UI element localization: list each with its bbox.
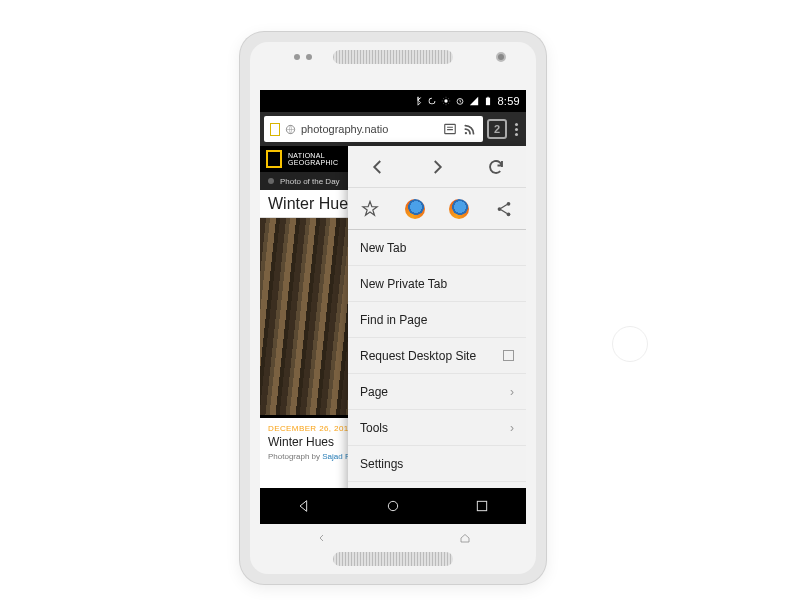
section-label: Photo of the Day	[280, 177, 340, 186]
url-text: photography.natio	[301, 123, 438, 135]
back-nav-icon[interactable]	[296, 498, 312, 514]
reader-mode-icon[interactable]	[443, 122, 457, 136]
bluetooth-icon	[413, 96, 423, 106]
menu-find-in-page[interactable]: Find in Page	[348, 302, 526, 338]
overflow-menu: New Tab New Private Tab Find in Page Req…	[348, 146, 526, 524]
share-button[interactable]	[482, 188, 527, 229]
site-favicon	[270, 123, 280, 136]
hw-back-icon[interactable]	[316, 532, 328, 544]
menu-nav-row	[348, 146, 526, 188]
reload-button[interactable]	[467, 146, 526, 187]
browser-toolbar: photography.natio 2	[260, 112, 526, 146]
android-nav-bar	[260, 488, 526, 524]
back-button[interactable]	[348, 146, 407, 187]
status-time: 8:59	[497, 95, 520, 107]
svg-point-0	[445, 99, 448, 102]
earpiece-speaker	[333, 50, 453, 64]
screen: 8:59 photography.natio 2	[260, 90, 526, 524]
natgeo-logo-icon	[266, 150, 282, 168]
section-dot-icon	[268, 178, 274, 184]
recents-nav-icon[interactable]	[474, 498, 490, 514]
desktop-site-checkbox[interactable]	[503, 350, 514, 361]
menu-button[interactable]	[511, 123, 522, 136]
hw-home-icon[interactable]	[459, 532, 471, 544]
page-heading: Winter Hues	[268, 195, 356, 213]
menu-new-private-tab[interactable]: New Private Tab	[348, 266, 526, 302]
sync-tabs-button[interactable]	[437, 188, 482, 229]
background-circle	[612, 326, 648, 362]
menu-request-desktop[interactable]: Request Desktop Site	[348, 338, 526, 374]
menu-settings[interactable]: Settings	[348, 446, 526, 482]
bookmark-button[interactable]	[348, 188, 393, 229]
firefox-icon	[405, 199, 425, 219]
firefox-icon	[449, 199, 469, 219]
svg-rect-2	[486, 98, 490, 106]
globe-icon	[285, 124, 296, 135]
bottom-speaker	[333, 552, 453, 566]
svg-rect-3	[488, 97, 490, 98]
home-nav-icon[interactable]	[385, 498, 401, 514]
hardware-keys	[250, 528, 536, 548]
cast-rss-icon[interactable]	[463, 122, 477, 136]
svg-point-10	[388, 501, 397, 510]
phone-frame: 8:59 photography.natio 2	[240, 32, 546, 584]
chevron-right-icon: ›	[510, 385, 514, 399]
tabs-button[interactable]: 2	[487, 119, 507, 139]
sensor-dots	[294, 54, 312, 60]
android-status-bar: 8:59	[260, 90, 526, 112]
chevron-right-icon: ›	[510, 421, 514, 435]
svg-rect-11	[477, 501, 486, 510]
menu-page[interactable]: Page›	[348, 374, 526, 410]
battery-icon	[483, 96, 493, 106]
svg-point-6	[465, 132, 467, 134]
url-field[interactable]: photography.natio	[264, 116, 483, 142]
brightness-icon	[441, 96, 451, 106]
sync-icon	[427, 96, 437, 106]
site-brand: NATIONAL GEOGRAPHIC	[288, 152, 338, 166]
signal-icon	[469, 96, 479, 106]
forward-button[interactable]	[407, 146, 466, 187]
front-camera	[496, 52, 506, 62]
menu-tools[interactable]: Tools›	[348, 410, 526, 446]
menu-new-tab[interactable]: New Tab	[348, 230, 526, 266]
alarm-icon	[455, 96, 465, 106]
menu-action-row	[348, 188, 526, 230]
firefox-account-button[interactable]	[393, 188, 438, 229]
